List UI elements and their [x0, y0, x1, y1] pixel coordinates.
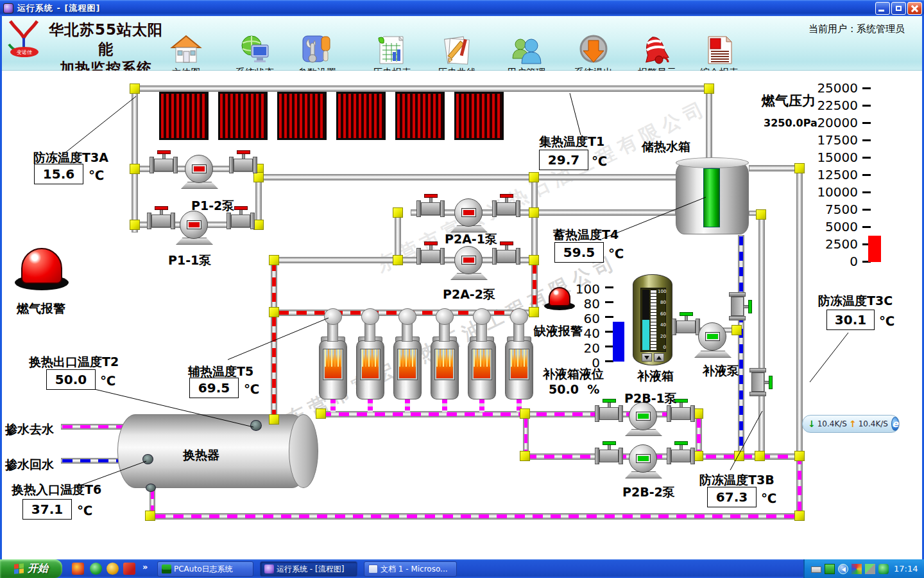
makeup-tank-gauge: 10080 6040 200 — [640, 288, 666, 352]
pump-p1-2[interactable] — [185, 155, 213, 183]
company-logo-icon: 变诺佳 — [5, 19, 42, 58]
taskbar: 开始 » PCAuto日志系统 运行系统 - [流程图] 文档 1 - Micr… — [0, 559, 924, 578]
taskbar-item-word-doc[interactable]: 文档 1 - Microso... — [364, 561, 457, 577]
aux-heater — [431, 340, 459, 399]
level-scale-label: 60 — [563, 311, 600, 326]
antivirus-shield-icon[interactable] — [878, 564, 889, 574]
valve[interactable] — [594, 440, 624, 464]
heat-exchanger-label: 换热器 — [183, 447, 219, 464]
flame-icon — [325, 355, 341, 378]
quicklaunch-icon[interactable] — [90, 563, 102, 575]
t3c-unit: ℃ — [879, 313, 894, 329]
t4-label: 蓄热温度T4 — [553, 227, 619, 243]
windows-flag-icon — [14, 563, 24, 574]
gauge-down-button[interactable] — [642, 353, 652, 362]
restore-button[interactable] — [891, 2, 906, 15]
pipe — [758, 215, 765, 455]
gas-scale-label: 10000 — [810, 184, 858, 200]
gas-scale-label: 17500 — [810, 132, 858, 148]
aux-heater — [393, 340, 422, 399]
valve[interactable] — [146, 205, 176, 229]
valve[interactable] — [416, 193, 445, 217]
toolbar: 变诺佳 华北苏55站太阳能 加热监控系统 主体图 — [0, 16, 924, 71]
pump-p1-1[interactable] — [180, 211, 208, 239]
valve[interactable] — [228, 149, 258, 173]
makeup-tank-label: 补液箱 — [637, 368, 674, 385]
t2-value: 50.0 — [46, 369, 96, 390]
quicklaunch-icon[interactable] — [72, 563, 84, 575]
valve[interactable] — [749, 367, 774, 397]
flame-icon — [436, 355, 453, 378]
t6-unit: ℃ — [77, 503, 92, 518]
app-icon — [3, 3, 13, 13]
valve[interactable] — [149, 149, 178, 173]
t4-value: 59.5 — [554, 242, 604, 263]
pipe — [132, 85, 138, 232]
storage-tank-top — [676, 157, 749, 168]
pump-p2a-2[interactable] — [454, 246, 483, 274]
word-doc-icon — [368, 565, 378, 574]
pipe — [411, 209, 676, 216]
aux-heater — [356, 340, 384, 399]
t3c-value: 30.1 — [826, 310, 875, 330]
quicklaunch-icon[interactable] — [123, 563, 135, 575]
pump-p2a-1[interactable] — [454, 198, 483, 227]
solar-collector — [159, 92, 209, 140]
gauge-up-button[interactable] — [654, 353, 664, 362]
app-title: 华北苏55站太阳能 加热监控系统 — [45, 20, 167, 78]
level-scale-label: 20 — [563, 340, 600, 356]
pipe — [749, 165, 798, 171]
pipe-magenta — [154, 513, 803, 520]
storage-tank-label: 储热水箱 — [642, 139, 690, 155]
taskbar-item-runtime-system[interactable]: 运行系统 - [流程图] — [260, 561, 357, 577]
solar-collector — [395, 92, 445, 140]
valve[interactable] — [729, 292, 753, 321]
quicklaunch-overflow[interactable]: » — [142, 562, 148, 572]
flame-icon — [362, 355, 379, 378]
tray-cam-icon[interactable] — [865, 564, 875, 574]
valve[interactable] — [492, 193, 521, 217]
t1-value: 29.7 — [539, 150, 588, 170]
aux-heater — [505, 340, 533, 399]
valve[interactable] — [666, 440, 696, 464]
return-line-label: 掺水回水 — [5, 457, 54, 473]
t6-label: 换热入口温度T6 — [12, 482, 101, 498]
valve[interactable] — [671, 311, 701, 335]
minimize-button[interactable] — [875, 2, 890, 15]
svg-text:变诺佳: 变诺佳 — [17, 49, 32, 55]
heat-exchanger-cap — [289, 414, 318, 488]
gas-scale-label: 5000 — [810, 219, 858, 234]
usb-icon[interactable] — [825, 564, 835, 574]
tools-icon — [301, 34, 333, 66]
pipe-blue — [738, 235, 744, 455]
taskbar-item-pcauto-log[interactable]: PCAuto日志系统 — [157, 561, 253, 577]
t3a-value: 15.6 — [34, 164, 83, 184]
pump-makeup[interactable] — [698, 322, 726, 351]
gauge-level-bar — [642, 290, 649, 350]
start-button[interactable]: 开始 — [0, 559, 62, 578]
quicklaunch-icon[interactable] — [107, 563, 119, 575]
aux-heater — [319, 340, 347, 399]
pump-p1-1-label: P1-1泵 — [168, 252, 211, 269]
valve[interactable] — [594, 398, 624, 422]
browser-icon[interactable]: e — [891, 417, 899, 431]
pipe-red — [271, 261, 277, 310]
valve[interactable] — [416, 240, 445, 265]
current-user: 当前用户：系统管理员 — [809, 23, 905, 35]
tray-color-icon[interactable] — [851, 564, 862, 574]
solar-collector — [454, 92, 504, 140]
close-button[interactable] — [907, 2, 922, 15]
keyboard-icon[interactable] — [811, 566, 821, 573]
t1-label: 集热温度T1 — [539, 134, 604, 150]
network-speed-widget[interactable]: ↓ 10.4K/S ↑ 10.4K/S e — [802, 415, 900, 433]
pipe — [133, 85, 714, 92]
pump-p2b-2[interactable] — [629, 444, 657, 473]
supply-port — [250, 420, 262, 431]
t6-value: 37.1 — [22, 499, 72, 520]
download-speed: 10.4K/S — [817, 419, 847, 428]
exit-arrow-icon — [578, 34, 610, 66]
flame-icon — [511, 355, 527, 378]
level-scale-label: 40 — [563, 326, 600, 341]
gauge-ticks — [651, 290, 656, 350]
tray-collapse-icon[interactable] — [838, 564, 848, 574]
